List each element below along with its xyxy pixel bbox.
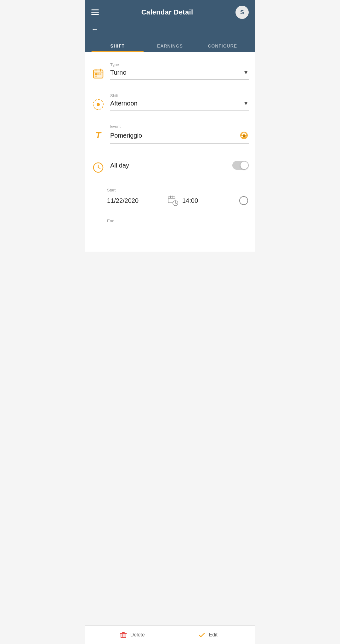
svg-point-12 — [245, 134, 246, 135]
type-value-row[interactable]: Turno ▼ — [110, 69, 249, 76]
event-field-content: Event Pomeriggio — [110, 124, 249, 144]
type-field-content: Type Turno ▼ — [110, 62, 249, 80]
event-field-row: T Event Pomeriggio — [85, 117, 255, 149]
tab-earnings[interactable]: EARNINGS — [144, 39, 196, 52]
shift-field-row: Shift Afternoon ▼ — [85, 86, 255, 117]
allday-label: All day — [110, 162, 129, 169]
toggle-knob — [241, 162, 248, 169]
svg-point-26 — [240, 197, 248, 205]
shift-dropdown-arrow[interactable]: ▼ — [243, 100, 249, 107]
start-date[interactable]: 11/22/2020 — [107, 197, 163, 204]
svg-rect-6 — [97, 73, 99, 75]
back-row: ← — [91, 23, 249, 38]
event-value[interactable]: Pomeriggio — [110, 132, 142, 139]
header-top: Calendar Detail S — [91, 6, 249, 23]
event-label: Event — [110, 124, 249, 129]
clock-icon — [91, 161, 105, 174]
allday-row: All day — [85, 149, 255, 181]
shift-field-content: Shift Afternoon ▼ — [110, 93, 249, 111]
svg-point-15 — [243, 135, 246, 137]
event-icon: T — [91, 128, 105, 142]
shift-icon — [91, 98, 105, 111]
header: Calendar Detail S ← SHIFT EARNINGS CONFI… — [85, 0, 255, 52]
start-section: Start 11/22/2020 14:00 — [85, 181, 255, 212]
tab-configure[interactable]: CONFIGURE — [196, 39, 249, 52]
svg-rect-7 — [99, 73, 101, 75]
text-icon: T — [95, 130, 101, 140]
start-label: Start — [107, 188, 249, 192]
shift-value: Afternoon — [110, 100, 138, 107]
shift-value-row[interactable]: Afternoon ▼ — [110, 100, 249, 107]
type-dropdown-arrow[interactable]: ▼ — [243, 69, 249, 76]
moon-svg — [239, 196, 248, 205]
svg-rect-5 — [95, 73, 97, 75]
palette-icon[interactable] — [239, 131, 249, 140]
avatar[interactable]: S — [235, 6, 249, 19]
calendar-clock-icon[interactable] — [167, 195, 178, 206]
calendar-clock-svg — [167, 195, 178, 206]
type-field-row: Type Turno ▼ — [85, 55, 255, 86]
event-value-row: Pomeriggio — [110, 131, 249, 140]
svg-point-14 — [241, 136, 243, 137]
svg-line-18 — [98, 168, 100, 168]
target-icon — [93, 99, 104, 110]
type-icon — [91, 67, 105, 81]
end-label: End — [107, 219, 249, 223]
svg-point-11 — [243, 133, 245, 134]
type-label: Type — [110, 62, 249, 67]
start-row: 11/22/2020 14:00 — [107, 195, 249, 209]
start-time[interactable]: 14:00 — [182, 197, 239, 204]
tabs-bar: SHIFT EARNINGS CONFIGURE — [91, 39, 249, 52]
back-button[interactable]: ← — [91, 25, 98, 33]
clock-svg — [93, 162, 104, 173]
hamburger-menu-button[interactable] — [91, 9, 99, 15]
end-section: End — [85, 212, 255, 226]
type-value: Turno — [110, 69, 127, 76]
calendar-icon — [93, 68, 104, 79]
shift-label: Shift — [110, 93, 249, 98]
svg-point-10 — [242, 134, 243, 135]
palette-svg — [239, 131, 249, 140]
svg-rect-8 — [95, 76, 97, 77]
page-title: Calendar Detail — [141, 8, 193, 16]
moon-icon[interactable] — [239, 196, 249, 206]
allday-toggle[interactable] — [232, 161, 249, 170]
tab-shift[interactable]: SHIFT — [91, 39, 144, 52]
main-content: Type Turno ▼ Shift Afternoon ▼ T Event P — [85, 52, 255, 252]
